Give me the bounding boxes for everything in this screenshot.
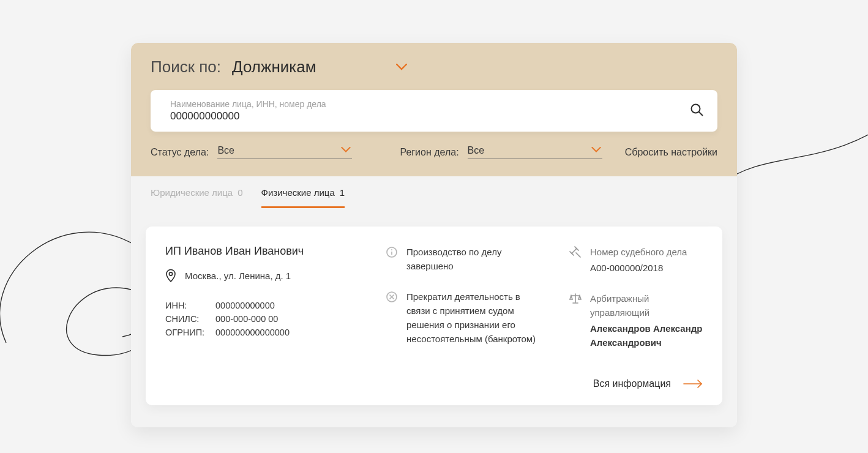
tab-label: Физические лица xyxy=(261,187,335,198)
ogrnip-value: 000000000000000 xyxy=(215,328,290,337)
region-filter-label: Регион дела: xyxy=(400,147,458,158)
scales-icon xyxy=(569,293,582,305)
inn-label: ИНН: xyxy=(165,301,213,310)
search-box: Наименование лица, ИНН, номер дела xyxy=(151,90,717,132)
gavel-icon xyxy=(569,246,582,258)
snils-value: 000-000-000 00 xyxy=(215,314,278,324)
full-info-label: Вся информация xyxy=(593,378,671,389)
svg-line-1 xyxy=(699,112,703,116)
debtor-address: Москва., ул. Ленина, д. 1 xyxy=(185,271,291,281)
svg-line-12 xyxy=(576,253,580,257)
result-card: ИП Иванов Иван Иванович Москва., ул. Лен… xyxy=(146,226,722,405)
close-circle-icon xyxy=(386,291,398,303)
search-category-select[interactable]: Должникам xyxy=(232,58,407,77)
location-pin-icon xyxy=(165,269,176,282)
chevron-down-icon xyxy=(341,147,352,154)
svg-point-5 xyxy=(391,249,392,250)
inn-value: 000000000000 xyxy=(215,301,275,310)
tab-count: 1 xyxy=(340,187,345,198)
arrow-right-icon xyxy=(683,380,703,388)
ogrnip-label: ОГРНИП: xyxy=(165,328,213,337)
svg-point-0 xyxy=(692,105,700,113)
tab-label: Юридические лица xyxy=(151,187,233,200)
result-tabs: Юридические лица 0 Физические лица 1 xyxy=(131,176,737,208)
region-filter-value: Все xyxy=(468,145,485,156)
status-filter-label: Статус дела: xyxy=(151,147,209,158)
region-filter-select[interactable]: Все xyxy=(468,145,602,159)
case-number-value: А00-000000/2018 xyxy=(590,261,687,275)
case-number-label: Номер судебного дела xyxy=(590,245,687,259)
search-icon xyxy=(690,103,703,119)
reset-filters-link[interactable]: Сбросить настройки xyxy=(625,147,717,158)
status-filter-select[interactable]: Все xyxy=(217,145,352,159)
info-icon xyxy=(386,246,398,258)
case-reason-text: Прекратил деятельность в связи с приняти… xyxy=(406,290,545,346)
search-category-value: Должникам xyxy=(232,58,316,77)
search-header: Поиск по: Должникам Наименование лица, И… xyxy=(131,43,737,176)
status-filter-value: Все xyxy=(217,145,234,156)
search-button[interactable] xyxy=(688,102,705,119)
id-table: ИНН: 000000000000 СНИЛС: 000-000-000 00 … xyxy=(165,301,361,337)
chevron-down-icon xyxy=(396,64,407,71)
case-status-text: Производство по делу завершено xyxy=(406,245,545,274)
full-info-link[interactable]: Вся информация xyxy=(593,378,703,389)
search-title-label: Поиск по: xyxy=(151,58,221,77)
manager-label: Арбитражный управляющий xyxy=(590,291,703,320)
tab-count: 0 xyxy=(238,187,242,200)
tab-legal-entities[interactable]: Юридические лица 0 xyxy=(151,187,243,208)
snils-label: СНИЛС: xyxy=(165,314,213,324)
tab-individuals[interactable]: Физические лица 1 xyxy=(261,187,345,208)
chevron-down-icon xyxy=(591,147,602,154)
search-input[interactable] xyxy=(170,110,688,122)
search-panel: Поиск по: Должникам Наименование лица, И… xyxy=(131,43,737,427)
svg-point-2 xyxy=(169,272,172,275)
results-area: ИП Иванов Иван Иванович Москва., ул. Лен… xyxy=(131,208,737,427)
manager-value: Александров Александр Александрович xyxy=(590,321,703,350)
debtor-name: ИП Иванов Иван Иванович xyxy=(165,245,361,258)
search-placeholder: Наименование лица, ИНН, номер дела xyxy=(170,99,688,109)
